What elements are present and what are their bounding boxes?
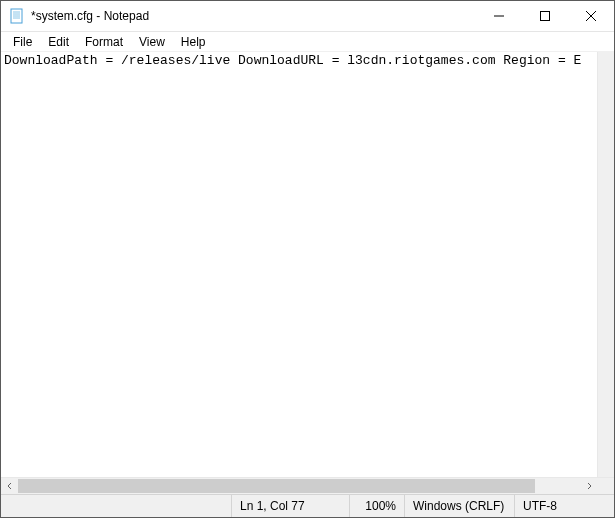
scroll-left-button[interactable] xyxy=(1,478,18,494)
scroll-track[interactable] xyxy=(18,478,580,494)
scroll-right-button[interactable] xyxy=(580,478,597,494)
statusbar: Ln 1, Col 77 100% Windows (CRLF) UTF-8 xyxy=(1,494,614,517)
notepad-icon xyxy=(9,8,25,24)
close-button[interactable] xyxy=(568,1,614,31)
window-controls xyxy=(476,1,614,31)
svg-rect-6 xyxy=(541,12,550,21)
status-eol: Windows (CRLF) xyxy=(404,495,514,517)
scrollbar-corner xyxy=(597,478,614,494)
status-spacer xyxy=(1,495,231,517)
menubar: File Edit Format View Help xyxy=(1,32,614,52)
vertical-scrollbar[interactable] xyxy=(597,52,614,477)
window-title: *system.cfg - Notepad xyxy=(31,9,476,23)
menu-help[interactable]: Help xyxy=(173,34,214,50)
editor-area: DownloadPath = /releases/live DownloadUR… xyxy=(1,52,614,477)
horizontal-scrollbar[interactable] xyxy=(1,477,614,494)
minimize-button[interactable] xyxy=(476,1,522,31)
status-zoom: 100% xyxy=(349,495,404,517)
text-editor[interactable]: DownloadPath = /releases/live DownloadUR… xyxy=(1,52,597,477)
maximize-button[interactable] xyxy=(522,1,568,31)
status-encoding: UTF-8 xyxy=(514,495,614,517)
status-position: Ln 1, Col 77 xyxy=(231,495,349,517)
scroll-thumb[interactable] xyxy=(18,479,535,493)
titlebar: *system.cfg - Notepad xyxy=(1,1,614,32)
menu-view[interactable]: View xyxy=(131,34,173,50)
menu-edit[interactable]: Edit xyxy=(40,34,77,50)
menu-file[interactable]: File xyxy=(5,34,40,50)
menu-format[interactable]: Format xyxy=(77,34,131,50)
